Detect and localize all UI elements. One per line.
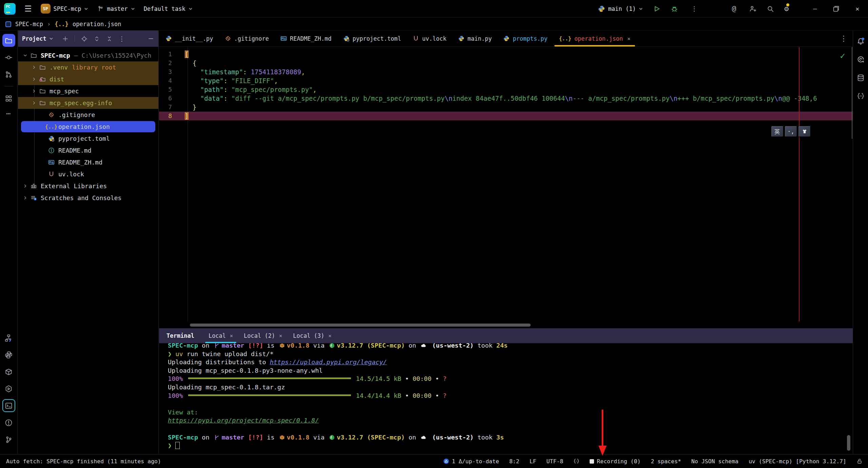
expand-all-button[interactable] [94,36,100,42]
chevron-right-icon[interactable] [29,77,38,81]
tree-item-external-libraries[interactable]: External Libraries [18,180,158,192]
tool-more-tool-windows-button[interactable]: ⋯ [2,109,15,122]
tool-ai-assistant-button[interactable] [854,53,867,66]
close-button[interactable]: ✕ [853,5,862,12]
options-button[interactable]: ⋮ [119,35,125,42]
terminal-tab-local[interactable]: Local✕ [203,328,238,343]
run-config-widget[interactable]: main (1) [598,5,643,13]
caret-position-widget[interactable]: 8:2 [509,458,519,465]
tree-item--venv[interactable]: .venvlibrary root [18,61,158,73]
collapse-all-button[interactable] [106,36,113,42]
tree-item-uv-lock[interactable]: uv.lock [18,168,158,180]
terminal-scrollbar[interactable] [847,435,850,451]
tree-item-operation-json[interactable]: {..}operation.json [18,121,158,133]
restore-button[interactable] [830,5,843,13]
braces-widget[interactable] [573,458,579,464]
run-button[interactable] [653,5,660,13]
code-line-3[interactable]: 3 "timestamp": 1754118378089, [159,67,853,76]
tool-commit-button[interactable] [2,51,15,64]
tool-problems-button[interactable] [2,416,15,429]
editor-tab-readme-zh-md[interactable]: README_ZH.md [275,31,337,46]
minimize-button[interactable]: – [810,5,820,12]
tool-json-path-button[interactable] [854,90,867,102]
chevron-right-icon[interactable] [21,196,29,200]
editor-horizontal-scrollbar[interactable] [190,324,531,327]
code-line-2[interactable]: 2 { [159,59,853,67]
debug-button[interactable] [671,5,678,13]
json-schema-widget[interactable]: No JSON schema [691,458,738,465]
editor-tab-uv-lock[interactable]: uv.lock [407,31,452,46]
inspections-ok-icon[interactable]: ✓ [840,51,845,60]
readonly-widget[interactable] [856,458,863,464]
editor-tab-prompts-py[interactable]: prompts.py [497,31,553,46]
editor-tab--gitignore[interactable]: .gitignore [219,31,275,46]
chevron-right-icon[interactable] [29,89,38,93]
more-actions-button[interactable]: ⋮ [688,5,700,12]
encoding-widget[interactable]: UTF-8 [547,458,564,465]
tool-services-button[interactable] [2,382,15,395]
close-tab-icon[interactable]: ✕ [328,333,331,339]
ime-punctuation-button[interactable]: ·, [785,126,797,137]
search-everywhere-button[interactable] [767,5,774,13]
chevron-right-icon[interactable] [29,65,38,70]
ime-language-button[interactable]: 英 [771,126,783,137]
settings-button[interactable]: ⚙ [784,4,789,13]
chevron-right-icon[interactable] [21,184,29,188]
tab-options-button[interactable]: ⋮ [840,34,853,43]
hide-panel-button[interactable] [147,35,154,42]
locate-file-button[interactable] [81,36,87,42]
tool-project-button[interactable] [2,34,15,47]
breadcrumb-project[interactable]: SPEC-mcp [15,21,43,27]
terminal-tab-local-2-[interactable]: Local (2)✕ [238,328,288,343]
breadcrumb-file[interactable]: operation.json [73,21,121,27]
code-line-4[interactable]: 4 "type": "FILE_DIFF", [159,76,853,85]
tree-item-pyproject-toml[interactable]: pyproject.toml [18,133,158,144]
main-menu-button[interactable]: ☰ [24,4,32,14]
task-widget[interactable]: Default task [144,5,193,12]
editor-tab-main-py[interactable]: main.py [452,31,498,46]
tree-item-readme-md[interactable]: README.md [18,144,158,156]
code-line-8[interactable]: 8] [159,112,853,120]
tree-item-mcp-spec[interactable]: mcp_spec [18,85,158,97]
terminal-tab-local-3-[interactable]: Local (3)✕ [288,328,337,343]
tool-structure-button[interactable] [2,92,15,105]
ime-skin-button[interactable] [798,126,810,137]
tool-version-control-button[interactable] [2,433,15,446]
git-sync-widget[interactable]: 1 Δ/up-to-date [443,458,499,465]
vcs-branch-widget[interactable]: master [97,5,135,12]
code-line-6[interactable]: 6 "data": "diff --git a/mcp_spec/prompts… [159,94,853,103]
status-message[interactable]: Auto fetch: SPEC-mcp finished (11 minute… [6,458,161,465]
chevron-down-icon[interactable] [21,53,29,58]
line-separator-widget[interactable]: LF [530,458,536,465]
project-widget[interactable]: SP SPEC-mcp [41,4,88,14]
tool-database-button[interactable] [854,71,867,84]
project-panel-title[interactable]: Project [22,35,53,42]
tool-python-packages-button[interactable] [2,348,15,361]
tool-package-python-button[interactable] [2,365,15,378]
tool-notifications-button[interactable] [854,35,867,47]
terminal-output[interactable]: SPEC-mcp on master [!?] is v0.1.8 via v3… [159,343,853,454]
indent-widget[interactable]: 2 spaces* [651,458,681,465]
recording-widget[interactable]: Recording (0) [590,458,640,465]
editor-tab-operation-json[interactable]: {..}operation.json✕ [553,31,636,46]
code-line-7[interactable]: 7 } [159,103,853,112]
code-with-me-button[interactable] [749,5,756,13]
close-tab-icon[interactable]: ✕ [627,36,630,42]
chevron-right-icon[interactable] [29,101,38,105]
code-editor[interactable]: 1[2 {3 "timestamp": 1754118378089,4 "typ… [159,47,853,321]
code-line-5[interactable]: 5 "path": "mcp_spec/prompts.py", [159,85,853,94]
tool-python-console-button[interactable] [2,331,15,344]
ai-assistant-button[interactable]: @ [729,5,739,13]
editor-vertical-scrollbar[interactable] [852,47,852,139]
interpreter-widget[interactable]: uv (SPEC-mcp) [Python 3.12.7] [749,458,846,465]
terminal-title[interactable]: Terminal [159,328,203,343]
close-tab-icon[interactable]: ✕ [230,333,233,339]
tool-terminal-button[interactable] [2,399,15,412]
add-button[interactable] [62,36,68,42]
close-tab-icon[interactable]: ✕ [279,333,282,339]
tree-item-readme-zh-md[interactable]: README_ZH.md [18,156,158,168]
tree-item-mcp-spec-egg-info[interactable]: mcp_spec.egg-info [18,97,158,109]
tree-item-dist[interactable]: dist [18,73,158,85]
editor-tab--init-py[interactable]: __init__.py [160,31,219,46]
editor-tab-pyproject-toml[interactable]: pyproject.toml [337,31,407,46]
